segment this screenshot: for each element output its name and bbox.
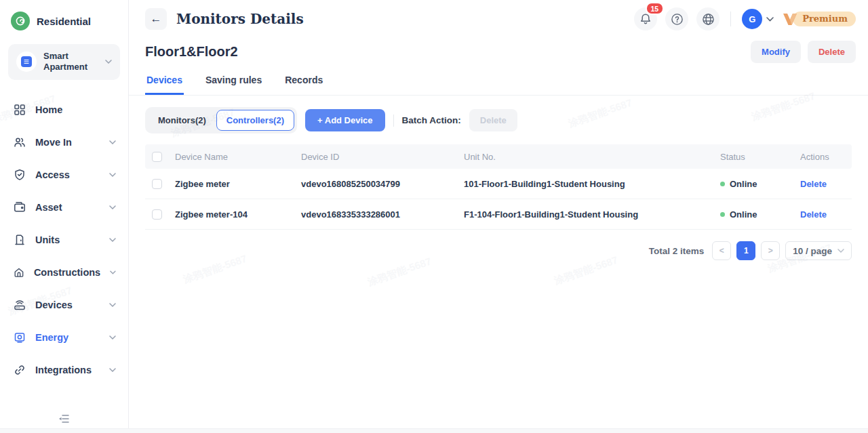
language-button[interactable] [696,7,719,30]
chevron-down-icon [837,249,844,253]
sidebar-item-label: Energy [35,332,100,343]
sidebar-item-home[interactable]: Home [0,94,128,126]
globe-icon [702,13,715,26]
house-icon [14,266,24,279]
device-name: Zigbee meter [175,179,301,189]
status-badge: Online [720,209,800,220]
delete-button[interactable]: Delete [808,41,856,63]
sidebar-item-label: Devices [35,300,100,310]
app-window: Residential Smart Apartment Home [0,0,868,433]
chevron-down-icon [109,368,116,372]
column-header-status: Status [720,152,800,162]
bottom-strip [0,428,868,433]
table-header-row: Device Name Device ID Unit No. Status Ac… [145,144,852,169]
topbar: ← Monitors Details 15 [129,0,868,38]
chevron-down-icon [109,238,116,242]
brand-name: Residential [37,16,91,27]
device-id: vdevo168085250034799 [301,179,464,189]
account-menu[interactable]: G [742,9,774,29]
chevron-down-icon [105,60,112,64]
select-all-checkbox[interactable] [152,152,162,162]
workspace-name: Smart Apartment [43,51,98,73]
page-size-select[interactable]: 10 / page [785,241,852,260]
sidebar-item-access[interactable]: Access [0,159,128,191]
page-size-value: 10 / page [793,246,832,256]
sidebar-nav: Home Move In Access [0,89,128,390]
tab-bar: Devices Saving rules Records [129,68,868,96]
online-dot-icon [720,182,725,186]
pagination: Total 2 items < 1 > 10 / page [145,241,852,260]
toolbar-divider [393,115,394,127]
device-toolbar: Monitors(2) Controllers(2) + Add Device … [145,107,852,133]
table-row: Zigbee meter vdevo168085250034799 101-Fl… [145,169,852,199]
chevron-down-icon [109,173,116,177]
premium-v-icon [782,12,798,26]
monitors-filter-button[interactable]: Monitors(2) [148,110,216,131]
router-icon [14,299,26,311]
sidebar: Residential Smart Apartment Home [0,0,129,433]
batch-action-label: Batch Action: [402,115,461,125]
row-checkbox[interactable] [152,179,162,189]
total-items-label: Total 2 items [649,246,705,256]
chevron-down-icon [109,205,116,209]
online-dot-icon [720,212,725,217]
tab-records[interactable]: Records [283,68,324,95]
device-id: vdevo168335333286001 [301,209,464,220]
chevron-down-icon [766,17,774,22]
link-icon [14,364,26,376]
main-content: ← Monitors Details 15 [129,0,868,433]
shield-check-icon [14,169,26,181]
sidebar-item-label: Move In [35,137,100,148]
menu-fold-icon [58,414,71,424]
page-header-title: Monitors Details [176,11,304,27]
sidebar-item-devices[interactable]: Devices [0,289,128,321]
avatar: G [742,9,762,29]
sidebar-item-asset[interactable]: Asset [0,191,128,224]
add-device-button[interactable]: + Add Device [305,109,385,131]
workspace-selector[interactable]: Smart Apartment [8,44,120,80]
home-grid-icon [14,104,26,116]
column-header-device-id: Device ID [301,152,464,162]
row-delete-link[interactable]: Delete [800,179,852,189]
page-head: Floor1&Floor2 Modify Delete [129,38,868,68]
tab-saving-rules[interactable]: Saving rules [204,68,263,95]
chevron-down-icon [109,303,116,307]
sidebar-item-energy[interactable]: Energy [0,321,128,354]
next-page-button[interactable]: > [761,241,780,260]
column-header-unit-no: Unit No. [464,152,720,162]
column-header-actions: Actions [800,152,852,162]
sidebar-item-constructions[interactable]: Constructions [0,256,128,289]
row-checkbox[interactable] [152,209,162,220]
premium-badge[interactable]: Premium [782,12,856,26]
device-type-switcher: Monitors(2) Controllers(2) [145,107,297,133]
sidebar-item-move-in[interactable]: Move In [0,126,128,159]
chevron-down-icon [109,335,116,339]
help-button[interactable] [665,7,688,30]
question-icon [671,13,684,26]
residential-logo-icon [11,12,30,30]
premium-label: Premium [793,12,856,26]
sidebar-item-units[interactable]: Units [0,224,128,256]
table-row: Zigbee meter-104 vdevo168335333286001 F1… [145,199,852,230]
sidebar-collapse-button[interactable] [0,410,128,428]
page-title: Floor1&Floor2 [145,44,238,60]
sidebar-item-label: Access [35,169,100,180]
tab-devices[interactable]: Devices [145,68,184,95]
modify-button[interactable]: Modify [751,41,801,63]
sidebar-item-label: Integrations [35,365,100,375]
controllers-filter-button[interactable]: Controllers(2) [216,110,294,131]
workspace-icon [16,51,37,72]
chevron-down-icon [110,270,116,274]
device-name: Zigbee meter-104 [175,209,301,220]
row-delete-link[interactable]: Delete [800,209,852,220]
energy-meter-icon [14,331,26,344]
prev-page-button[interactable]: < [712,241,731,260]
people-icon [14,136,26,148]
back-button[interactable]: ← [145,8,167,30]
sidebar-item-label: Home [35,104,116,115]
page-1-button[interactable]: 1 [736,241,755,260]
batch-delete-button[interactable]: Delete [469,109,517,131]
sidebar-item-integrations[interactable]: Integrations [0,354,128,386]
status-badge: Online [720,179,800,189]
notification-badge: 15 [646,2,665,15]
